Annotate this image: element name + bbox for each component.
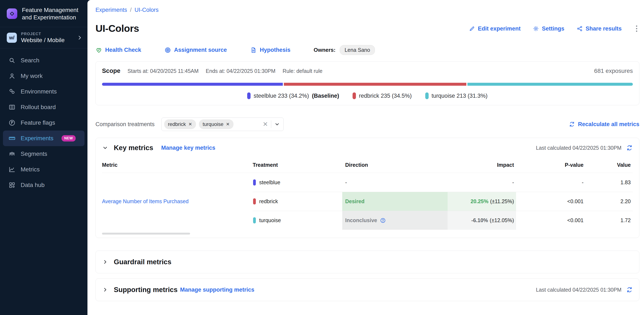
sidebar-item-segments[interactable]: Segments — [0, 146, 88, 162]
steelblue-swatch — [253, 179, 256, 186]
people-icon — [8, 150, 16, 157]
sidebar-item-my-work[interactable]: My work — [0, 68, 88, 84]
direction-cell-inconclusive: Inconclusive — [342, 211, 448, 230]
chip-turquoise: turquoise ✕ — [199, 119, 234, 129]
hypothesis-link[interactable]: Hypothesis — [250, 47, 290, 53]
refresh-icon[interactable] — [626, 286, 633, 293]
flag-circle-icon — [8, 119, 16, 126]
owner-pill[interactable]: Lena Sano — [340, 45, 375, 55]
help-icon[interactable] — [380, 218, 386, 223]
remove-redbrick-icon[interactable]: ✕ — [188, 122, 192, 127]
col-header-value: Value — [586, 158, 633, 173]
key-metrics-table: Metric Treatment Direction Impact P-valu… — [102, 158, 633, 230]
manage-supporting-metrics-link[interactable]: Manage supporting metrics — [180, 287, 254, 293]
scrollbar-thumb[interactable] — [102, 233, 190, 235]
comparison-row: Comparison treatments redbrick ✕ turquoi… — [96, 117, 639, 131]
expand-guardrail-metrics-icon[interactable] — [102, 259, 108, 265]
comparison-label: Comparison treatments — [96, 121, 155, 128]
sidebar-item-data-hub[interactable]: Data hub — [0, 177, 88, 193]
key-metrics-title: Key metrics — [114, 144, 153, 152]
main-content: Experiments / UI-Colors UI-Colors Edit e… — [88, 0, 644, 315]
project-label: PROJECT — [21, 32, 64, 36]
supporting-metrics-title: Supporting metrics — [114, 286, 178, 294]
board-icon — [8, 104, 16, 111]
guardrail-metrics-card: Guardrail metrics — [96, 251, 639, 273]
edit-experiment-button[interactable]: Edit experiment — [469, 25, 521, 32]
key-metrics-last-calculated: Last calculated 04/22/2025 01:30PM — [536, 145, 622, 151]
remove-turquoise-icon[interactable]: ✕ — [226, 122, 230, 127]
grid-icon — [8, 182, 16, 189]
distribution-segment-redbrick — [284, 83, 466, 86]
person-icon — [8, 72, 16, 80]
health-check-link[interactable]: Health Check — [96, 47, 141, 53]
project-name: Website / Mobile — [21, 37, 64, 43]
distribution-segment-turquoise — [468, 83, 633, 86]
heart-check-icon — [96, 47, 102, 53]
scope-ends: Ends at: 04/22/2025 01:30PM — [206, 68, 276, 74]
sidebar-item-environments[interactable]: Environments — [0, 84, 88, 99]
turquoise-swatch — [253, 217, 256, 223]
sidebar-item-feature-flags[interactable]: Feature flags — [0, 115, 88, 131]
collapse-key-metrics-icon[interactable] — [102, 145, 108, 151]
metric-link[interactable]: Average Number of Items Purchased — [102, 198, 188, 204]
treatment-cell-redbrick: redbrick — [253, 192, 342, 211]
value-cell: 1.72 — [586, 211, 633, 230]
direction-cell-desired: Desired — [342, 192, 448, 211]
treatment-legend: steelblue 233 (34.2%) (Baseline) redbric… — [102, 92, 633, 99]
col-header-pvalue: P-value — [516, 158, 586, 173]
refresh-icon[interactable] — [626, 144, 633, 151]
scope-title: Scope — [102, 67, 120, 74]
settings-button[interactable]: Settings — [533, 25, 564, 32]
chip-redbrick: redbrick ✕ — [164, 119, 196, 129]
refresh-icon — [569, 121, 575, 127]
impact-cell-desired: 20.25% (±11.25%) — [448, 192, 516, 211]
sidebar-item-rollout-board[interactable]: Rollout board — [0, 99, 88, 115]
breadcrumb-current-link[interactable]: UI-Colors — [135, 7, 159, 13]
search-icon — [8, 57, 16, 64]
treatment-distribution-bar — [102, 83, 633, 86]
impact-cell: - — [448, 173, 516, 192]
impact-cell-inconclusive: -6.10% (±12.05%) — [448, 211, 516, 230]
page-title: UI-Colors — [96, 22, 139, 34]
distribution-segment-steelblue — [102, 83, 283, 86]
sidebar-item-experiments[interactable]: Experiments NEW — [3, 131, 84, 146]
project-switcher[interactable]: w/ PROJECT Website / Mobile — [0, 27, 88, 48]
gear-icon — [533, 25, 539, 32]
more-options-button[interactable] — [634, 24, 639, 33]
redbrick-swatch — [352, 92, 356, 99]
breadcrumb-separator: / — [130, 7, 132, 13]
supporting-metrics-card: Supporting metrics Manage supporting met… — [96, 278, 639, 301]
divider — [271, 120, 271, 128]
treatment-cell-steelblue: steelblue — [253, 173, 342, 192]
ruler-icon — [8, 135, 16, 142]
guardrail-metrics-title: Guardrail metrics — [114, 258, 171, 266]
chevron-down-icon[interactable] — [274, 121, 280, 127]
col-header-direction: Direction — [342, 158, 448, 173]
baseline-label: (Baseline) — [312, 93, 339, 99]
chevron-right-icon — [77, 35, 82, 40]
pvalue-cell: - — [516, 173, 586, 192]
owners: Owners: Lena Sano — [314, 45, 375, 55]
share-icon — [576, 25, 583, 32]
sidebar-item-metrics[interactable]: Metrics — [0, 162, 88, 177]
breadcrumb-experiments-link[interactable]: Experiments — [96, 7, 127, 13]
expand-supporting-metrics-icon[interactable] — [102, 287, 108, 293]
share-results-button[interactable]: Share results — [576, 25, 622, 32]
sidebar-item-search[interactable]: Search — [0, 53, 88, 68]
target-icon — [164, 47, 171, 53]
app-title: Feature Management and Experimentation — [22, 6, 82, 21]
header-actions: Edit experiment Settings Share results — [469, 24, 639, 33]
direction-cell: - — [342, 173, 448, 192]
project-avatar: w/ — [7, 33, 17, 43]
assignment-source-link[interactable]: Assignment source — [164, 47, 227, 53]
clear-selection-icon[interactable]: ✕ — [262, 121, 268, 127]
value-cell: 1.83 — [586, 173, 633, 192]
recalculate-all-metrics-button[interactable]: Recalculate all metrics — [569, 121, 639, 128]
redbrick-swatch — [253, 198, 256, 204]
chart-icon — [8, 166, 16, 173]
table-horizontal-scrollbar — [102, 233, 633, 235]
manage-key-metrics-link[interactable]: Manage key metrics — [161, 145, 215, 151]
col-header-treatment: Treatment — [253, 158, 342, 173]
sidebar: Feature Management and Experimentation w… — [0, 0, 88, 315]
comparison-treatments-select[interactable]: redbrick ✕ turquoise ✕ ✕ — [162, 117, 284, 131]
